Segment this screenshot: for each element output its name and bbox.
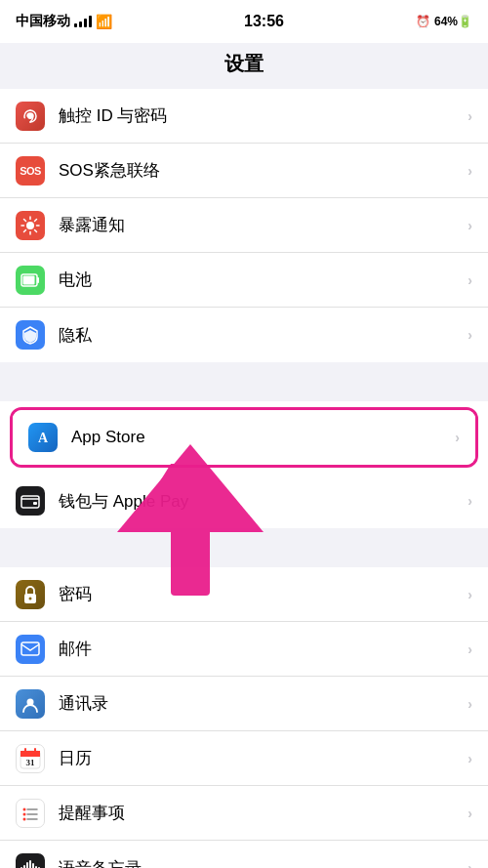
svg-rect-36 xyxy=(26,862,28,868)
settings-group-1: 触控 ID 与密码 › SOS SOS紧急联络 › xyxy=(0,89,488,362)
settings-row-contacts[interactable]: 通讯录 › xyxy=(0,677,488,731)
chevron-icon: › xyxy=(468,641,472,657)
wallet-icon xyxy=(16,486,45,516)
battery-label: 电池 xyxy=(59,269,468,291)
svg-rect-37 xyxy=(29,860,31,868)
svg-text:A: A xyxy=(38,431,49,445)
svg-point-30 xyxy=(23,812,26,815)
settings-row-privacy[interactable]: 隐私 › xyxy=(0,308,488,362)
mail-label: 邮件 xyxy=(59,638,468,660)
svg-point-17 xyxy=(29,597,32,599)
svg-point-32 xyxy=(23,817,26,820)
password-icon xyxy=(16,580,45,609)
touch-id-icon xyxy=(16,102,45,131)
calendar-icon: 31 xyxy=(16,744,45,773)
group-separator-1 xyxy=(0,382,488,401)
svg-rect-38 xyxy=(32,863,34,868)
svg-rect-18 xyxy=(21,642,39,655)
battery-icon xyxy=(16,266,45,295)
chevron-icon: › xyxy=(468,327,472,343)
settings-row-wallet[interactable]: 钱包与 Apple Pay › xyxy=(0,474,488,528)
settings-row-appstore[interactable]: A App Store › xyxy=(13,410,475,465)
mail-icon xyxy=(16,635,45,664)
settings-group-3: 密码 › 邮件 › 通讯录 › xyxy=(0,567,488,868)
alarm-icon: ⏰ xyxy=(416,15,430,28)
svg-rect-11 xyxy=(37,277,39,283)
chevron-icon: › xyxy=(468,218,472,233)
exposure-icon xyxy=(16,211,45,240)
svg-point-28 xyxy=(23,807,26,810)
privacy-icon xyxy=(16,320,45,350)
chevron-icon: › xyxy=(468,860,472,868)
wallet-label: 钱包与 Apple Pay xyxy=(59,490,468,513)
sos-icon: SOS xyxy=(16,156,45,186)
settings-row-battery[interactable]: 电池 › xyxy=(0,253,488,308)
contacts-icon xyxy=(16,689,45,719)
svg-line-7 xyxy=(35,229,37,231)
settings-row-calendar[interactable]: 31 日历 › xyxy=(0,731,488,786)
calendar-label: 日历 xyxy=(59,747,468,769)
settings-row-touch-id[interactable]: 触控 ID 与密码 › xyxy=(0,89,488,144)
settings-row-mail[interactable]: 邮件 › xyxy=(0,622,488,677)
contacts-label: 通讯录 xyxy=(59,692,468,715)
voice-memos-label: 语音备忘录 xyxy=(59,857,468,869)
settings-row-reminders[interactable]: 提醒事项 › xyxy=(0,786,488,841)
battery-icon: 64%🔋 xyxy=(434,15,472,28)
svg-rect-23 xyxy=(20,754,40,757)
svg-rect-14 xyxy=(21,496,39,508)
password-label: 密码 xyxy=(59,583,468,605)
svg-point-1 xyxy=(26,222,34,229)
chevron-icon: › xyxy=(468,587,472,602)
svg-rect-12 xyxy=(23,275,35,284)
signal-bars xyxy=(74,16,92,27)
page-title: 设置 xyxy=(0,43,488,89)
wifi-icon: 📶 xyxy=(96,14,112,29)
reminders-label: 提醒事项 xyxy=(59,802,468,824)
settings-row-sos[interactable]: SOS SOS紧急联络 › xyxy=(0,144,488,198)
appstore-icon: A xyxy=(28,423,58,452)
svg-line-9 xyxy=(24,229,26,231)
carrier-label: 中国移动 xyxy=(16,13,70,30)
voice-memos-icon xyxy=(16,853,45,868)
status-right: ⏰ 64%🔋 xyxy=(416,15,472,28)
status-time: 13:56 xyxy=(244,13,284,30)
settings-group-2: A App Store › 钱包与 Apple Pay › xyxy=(0,401,488,528)
chevron-icon: › xyxy=(455,430,460,445)
group-separator-2 xyxy=(0,548,488,567)
appstore-label: App Store xyxy=(71,428,455,447)
status-left: 中国移动 📶 xyxy=(16,13,112,30)
svg-text:31: 31 xyxy=(26,758,36,767)
settings-row-exposure[interactable]: 暴露通知 › xyxy=(0,198,488,253)
chevron-icon: › xyxy=(468,493,472,509)
touch-id-label: 触控 ID 与密码 xyxy=(59,104,468,127)
chevron-icon: › xyxy=(468,108,472,124)
chevron-icon: › xyxy=(468,806,472,821)
chevron-icon: › xyxy=(468,751,472,766)
reminders-icon xyxy=(16,799,45,828)
svg-line-6 xyxy=(24,219,26,221)
chevron-icon: › xyxy=(468,696,472,712)
chevron-icon: › xyxy=(468,272,472,288)
settings-row-voice-memos[interactable]: 语音备忘录 › xyxy=(0,841,488,868)
exposure-label: 暴露通知 xyxy=(59,214,468,236)
sos-label: SOS紧急联络 xyxy=(59,159,468,182)
svg-line-8 xyxy=(35,219,37,221)
privacy-label: 隐私 xyxy=(59,324,468,347)
settings-row-password[interactable]: 密码 › xyxy=(0,567,488,622)
chevron-icon: › xyxy=(468,163,472,179)
svg-rect-15 xyxy=(33,502,37,505)
status-bar: 中国移动 📶 13:56 ⏰ 64%🔋 xyxy=(0,0,488,43)
